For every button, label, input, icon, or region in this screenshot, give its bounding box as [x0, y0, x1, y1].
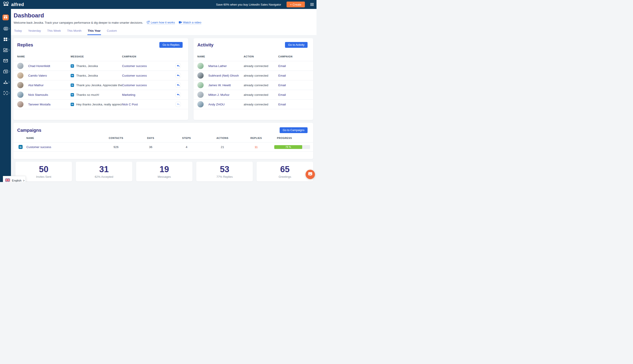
- contact-name-link[interactable]: Tanveer Mostafa: [28, 103, 71, 106]
- contacts-value: 926: [99, 146, 133, 149]
- campaign-link[interactable]: Email: [278, 84, 313, 87]
- chat-launcher-button[interactable]: [305, 170, 315, 179]
- alfred-logo-icon: [3, 1, 10, 8]
- reply-button[interactable]: [175, 73, 181, 78]
- column-action: ACTION: [244, 55, 278, 58]
- sidebar-nav: ❯ ❯ ❯: [0, 23, 11, 98]
- activity-action: already connected: [244, 84, 278, 87]
- campaign-link[interactable]: Email: [278, 93, 313, 96]
- table-row[interactable]: Nick Stamoulis in Thanks so much! Market…: [14, 90, 188, 100]
- tab-this-month[interactable]: This Month: [67, 29, 82, 35]
- sidebar-item-posts[interactable]: ❯: [0, 66, 11, 77]
- sidebar-item-dashboard[interactable]: [3, 14, 9, 20]
- avatar: [17, 72, 24, 78]
- stat-label: Invites Sent: [36, 175, 51, 178]
- linkedin-icon: in: [71, 93, 74, 96]
- sidebar-item-templates[interactable]: ❯: [0, 45, 11, 56]
- contact-name-link[interactable]: Atul Mathur: [28, 84, 71, 87]
- menu-icon[interactable]: [310, 3, 314, 6]
- campaign-name-link[interactable]: Customer success: [26, 146, 99, 149]
- table-row[interactable]: Tanveer Mostafa in Hey thanks Jessika, r…: [14, 100, 188, 109]
- tab-custom[interactable]: Custom: [106, 29, 117, 35]
- contact-name-link[interactable]: Subhranil (Neil) Ghosh: [208, 74, 244, 77]
- learn-how-link[interactable]: Learn how it works: [147, 21, 175, 24]
- stat-value: 53: [220, 165, 229, 174]
- reply-button[interactable]: [175, 63, 181, 68]
- table-row[interactable]: Marisa Lather already connected Email: [194, 61, 313, 71]
- sidebar-item-campaigns[interactable]: ❯: [0, 34, 11, 45]
- sidebar-item-inbox[interactable]: [0, 56, 11, 66]
- network-icon: [3, 80, 8, 84]
- tab-this-week[interactable]: This Week: [47, 29, 61, 35]
- activity-action: already connected: [244, 103, 278, 106]
- reply-message: Thank you Jessika. Appreciate the w...: [76, 84, 122, 87]
- main-content: Dashboard Welcome back Jessika. Track yo…: [11, 9, 316, 182]
- campaign-link[interactable]: Customer success: [122, 84, 175, 87]
- replies-title: Replies: [17, 42, 33, 48]
- chevron-right-icon: ❯: [8, 28, 10, 30]
- activity-action: already connected: [244, 93, 278, 96]
- sidebar-item-network[interactable]: ❯: [0, 77, 11, 88]
- campaign-link[interactable]: Email: [278, 103, 313, 106]
- tab-today[interactable]: Today: [14, 29, 22, 35]
- go-to-activity-button[interactable]: Go to Activity: [285, 42, 307, 48]
- avatar: [17, 63, 24, 69]
- activity-title: Activity: [197, 42, 213, 48]
- table-row[interactable]: Andy ZHOU already connected Email: [194, 100, 313, 109]
- campaigns-card: Campaigns Go to Campaigns NAME CONTACTS …: [14, 123, 313, 159]
- contact-name-link[interactable]: Chad Horenfeldt: [28, 64, 71, 68]
- contact-name-link[interactable]: Andy ZHOU: [208, 103, 244, 106]
- stat-card-greetings: 65 Greetings: [257, 162, 313, 181]
- language-selector[interactable]: English ›: [3, 176, 26, 182]
- column-progress: PROGRESS: [272, 137, 310, 139]
- date-range-tabs: Today Yesterday This Week This Month Thi…: [14, 29, 313, 35]
- column-campaign: CAMPAIGN: [122, 55, 188, 58]
- linkedin-icon: in: [19, 145, 23, 149]
- table-row[interactable]: Subhranil (Neil) Ghosh already connected…: [194, 71, 313, 80]
- activity-action: already connected: [244, 74, 278, 77]
- sidebar-item-prospects[interactable]: ❯: [0, 23, 11, 34]
- table-row[interactable]: Milton J. Muñoz already connected Email: [194, 90, 313, 100]
- column-days: DAYS: [133, 137, 169, 139]
- sidebar-item-integrations[interactable]: ❯: [0, 88, 11, 98]
- campaign-link[interactable]: Customer success: [122, 64, 175, 68]
- chat-bubble-icon: [308, 172, 313, 177]
- promo-text[interactable]: Save 60% when you buy LinkedIn Sales Nav…: [216, 3, 281, 6]
- table-row[interactable]: Atul Mathur in Thank you Jessika. Apprec…: [14, 80, 188, 90]
- avatar: [197, 82, 204, 88]
- dashboard-icon: [4, 16, 7, 20]
- activity-card: Activity Go to Activity NAME ACTION CAMP…: [194, 38, 313, 120]
- brand[interactable]: alfred: [3, 1, 24, 8]
- avatar: [197, 72, 204, 78]
- stat-card-messages: 19 Messages: [136, 162, 193, 181]
- contact-name-link[interactable]: Marisa Lather: [208, 64, 244, 68]
- go-to-replies-button[interactable]: Go to Replies: [159, 42, 183, 48]
- campaign-link[interactable]: Email: [278, 64, 313, 68]
- contact-name-link[interactable]: Milton J. Muñoz: [208, 93, 244, 96]
- watch-video-link[interactable]: Watch a video: [179, 21, 201, 24]
- campaign-link[interactable]: Marketing: [122, 93, 175, 96]
- campaign-link[interactable]: Email: [278, 74, 313, 77]
- tab-yesterday[interactable]: Yesterday: [28, 29, 41, 35]
- reply-button[interactable]: [175, 92, 181, 97]
- table-row[interactable]: James W. Hewitt already connected Email: [194, 80, 313, 90]
- table-row[interactable]: Camilo Valero in Thanks, Jessika Custome…: [14, 71, 188, 80]
- campaign-link[interactable]: Nick C Post: [122, 103, 175, 106]
- posts-icon: [3, 70, 8, 73]
- contact-name-link[interactable]: Nick Stamoulis: [28, 93, 71, 96]
- go-to-campaigns-button[interactable]: Go to Campaigns: [280, 127, 307, 133]
- reply-button-disabled[interactable]: [175, 102, 181, 107]
- stat-value: 19: [160, 165, 169, 174]
- reply-button[interactable]: [175, 82, 181, 88]
- contact-name-link[interactable]: Camilo Valero: [28, 74, 71, 77]
- column-name: NAME: [197, 55, 244, 58]
- uk-flag-icon: [5, 178, 10, 182]
- table-row[interactable]: in Customer success 926 36 4 21 11 78 %: [14, 142, 313, 152]
- table-row[interactable]: Chad Horenfeldt in Thanks, Jessika Custo…: [14, 61, 188, 71]
- tab-this-year[interactable]: This Year: [87, 29, 101, 35]
- column-campaign: CAMPAIGN: [278, 55, 313, 58]
- inbox-icon: [3, 59, 8, 62]
- create-button[interactable]: + Create: [286, 2, 305, 7]
- campaign-link[interactable]: Customer success: [122, 74, 175, 77]
- contact-name-link[interactable]: James W. Hewitt: [208, 84, 244, 87]
